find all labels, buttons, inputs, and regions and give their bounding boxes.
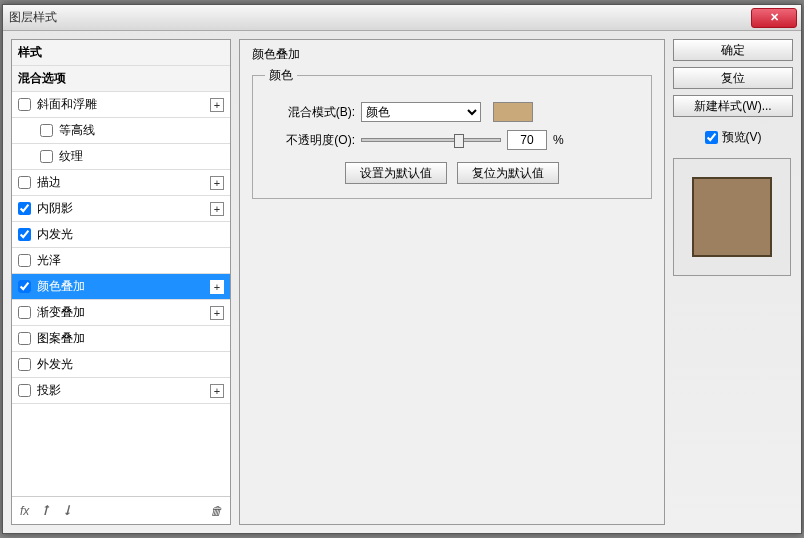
styles-header[interactable]: 样式 [12,40,230,66]
content-area: 样式 混合选项 斜面和浮雕+等高线纹理描边+内阴影+内发光光泽颜色叠加+渐变叠加… [3,31,801,533]
style-checkbox[interactable] [18,98,31,111]
opacity-input[interactable] [507,130,547,150]
fieldset-legend: 颜色 [265,67,297,84]
blend-mode-row: 混合模式(B): 颜色 [265,102,639,122]
layer-style-dialog: 图层样式 ✕ 样式 混合选项 斜面和浮雕+等高线纹理描边+内阴影+内发光光泽颜色… [2,4,802,534]
style-item-3[interactable]: 描边+ [12,170,230,196]
style-checkbox[interactable] [18,228,31,241]
move-down-icon[interactable]: 🠗 [61,504,73,518]
opacity-slider[interactable] [361,138,501,142]
preview-swatch [692,177,772,257]
styles-panel: 样式 混合选项 斜面和浮雕+等高线纹理描边+内阴影+内发光光泽颜色叠加+渐变叠加… [11,39,231,525]
style-checkbox[interactable] [18,358,31,371]
style-label: 描边 [37,174,210,191]
style-checkbox[interactable] [18,202,31,215]
preview-box [673,158,791,276]
style-item-2[interactable]: 纹理 [12,144,230,170]
percent-label: % [553,133,564,147]
cancel-button[interactable]: 复位 [673,67,793,89]
style-label: 斜面和浮雕 [37,96,210,113]
set-default-button[interactable]: 设置为默认值 [345,162,447,184]
style-label: 光泽 [37,252,224,269]
reset-default-button[interactable]: 复位为默认值 [457,162,559,184]
blend-mode-label: 混合模式(B): [265,104,355,121]
style-checkbox[interactable] [40,124,53,137]
style-label: 内阴影 [37,200,210,217]
blend-mode-select[interactable]: 颜色 [361,102,481,122]
color-fieldset: 颜色 混合模式(B): 颜色 不透明度(O): % 设置为默认值 复位为默认值 [252,67,652,199]
style-label: 投影 [37,382,210,399]
preview-label: 预览(V) [722,129,762,146]
style-item-4[interactable]: 内阴影+ [12,196,230,222]
style-label: 纹理 [59,148,224,165]
style-item-6[interactable]: 光泽 [12,248,230,274]
expand-icon[interactable]: + [210,176,224,190]
slider-thumb[interactable] [454,134,464,148]
style-item-0[interactable]: 斜面和浮雕+ [12,92,230,118]
style-label: 渐变叠加 [37,304,210,321]
trash-icon[interactable]: 🗑 [210,504,222,518]
expand-icon[interactable]: + [210,202,224,216]
style-checkbox[interactable] [18,254,31,267]
style-label: 颜色叠加 [37,278,210,295]
style-label: 外发光 [37,356,224,373]
style-list: 样式 混合选项 斜面和浮雕+等高线纹理描边+内阴影+内发光光泽颜色叠加+渐变叠加… [12,40,230,496]
action-panel: 确定 复位 新建样式(W)... 预览(V) [673,39,793,525]
style-item-8[interactable]: 渐变叠加+ [12,300,230,326]
opacity-label: 不透明度(O): [265,132,355,149]
style-item-11[interactable]: 投影+ [12,378,230,404]
style-list-footer: fx 🠕 🠗 🗑 [12,496,230,524]
preview-toggle[interactable]: 预览(V) [673,129,793,146]
style-item-7[interactable]: 颜色叠加+ [12,274,230,300]
style-label: 等高线 [59,122,224,139]
style-item-10[interactable]: 外发光 [12,352,230,378]
style-checkbox[interactable] [40,150,53,163]
style-checkbox[interactable] [18,306,31,319]
new-style-button[interactable]: 新建样式(W)... [673,95,793,117]
window-title: 图层样式 [9,9,751,26]
titlebar[interactable]: 图层样式 ✕ [3,5,801,31]
move-up-icon[interactable]: 🠕 [39,504,51,518]
expand-icon[interactable]: + [210,384,224,398]
style-label: 内发光 [37,226,224,243]
style-checkbox[interactable] [18,280,31,293]
settings-panel: 颜色叠加 颜色 混合模式(B): 颜色 不透明度(O): % 设置为默认值 复位… [239,39,665,525]
preview-checkbox[interactable] [705,131,718,144]
style-item-5[interactable]: 内发光 [12,222,230,248]
style-checkbox[interactable] [18,384,31,397]
panel-title: 颜色叠加 [252,46,652,63]
style-checkbox[interactable] [18,176,31,189]
close-button[interactable]: ✕ [751,8,797,28]
style-checkbox[interactable] [18,332,31,345]
expand-icon[interactable]: + [210,98,224,112]
color-swatch[interactable] [493,102,533,122]
ok-button[interactable]: 确定 [673,39,793,61]
style-item-1[interactable]: 等高线 [12,118,230,144]
style-item-9[interactable]: 图案叠加 [12,326,230,352]
expand-icon[interactable]: + [210,306,224,320]
opacity-row: 不透明度(O): % [265,130,639,150]
fx-icon[interactable]: fx [20,504,29,518]
style-label: 图案叠加 [37,330,224,347]
default-buttons: 设置为默认值 复位为默认值 [265,162,639,184]
expand-icon[interactable]: + [210,280,224,294]
blend-options-row[interactable]: 混合选项 [12,66,230,92]
